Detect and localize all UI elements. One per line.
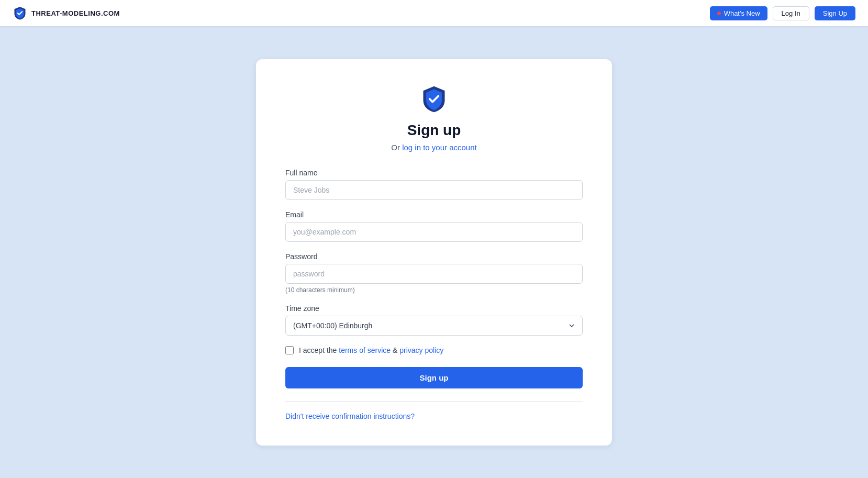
subtitle-text: Or (391, 143, 402, 152)
card-title: Sign up (407, 122, 461, 139)
navbar-actions: What's New Log In Sign Up (710, 6, 855, 20)
privacy-policy-link[interactable]: privacy policy (399, 346, 443, 354)
card-subtitle: Or log in to your account (391, 143, 476, 152)
terms-checkbox-row: I accept the terms of service & privacy … (285, 346, 583, 354)
fullname-input[interactable] (285, 180, 583, 200)
brand-link[interactable]: THREAT-MODELING.COM (13, 6, 120, 20)
whats-new-button[interactable]: What's New (710, 6, 767, 20)
timezone-group: Time zone (GMT-12:00) International Date… (285, 304, 583, 336)
brand-name: THREAT-MODELING.COM (31, 9, 120, 17)
whats-new-label: What's New (724, 9, 760, 17)
main-content: Sign up Or log in to your account Full n… (0, 26, 868, 478)
login-button[interactable]: Log In (773, 6, 809, 20)
signup-nav-button[interactable]: Sign Up (815, 6, 855, 20)
login-link[interactable]: log in to your account (402, 143, 477, 152)
fullname-group: Full name (285, 169, 583, 200)
signup-submit-button[interactable]: Sign up (285, 367, 583, 388)
terms-middle: & (391, 346, 399, 354)
terms-prefix: I accept the (299, 346, 339, 354)
timezone-label: Time zone (285, 304, 583, 313)
logo-icon (419, 84, 449, 114)
password-group: Password (10 characters minimum) (285, 252, 583, 294)
timezone-select[interactable]: (GMT-12:00) International Date Line West… (285, 316, 583, 336)
red-dot-icon (717, 12, 721, 15)
terms-of-service-link[interactable]: terms of service (339, 346, 391, 354)
fullname-label: Full name (285, 169, 583, 177)
brand-logo-icon (13, 6, 27, 20)
terms-label[interactable]: I accept the terms of service & privacy … (299, 346, 443, 354)
email-input[interactable] (285, 222, 583, 242)
navbar: THREAT-MODELING.COM What's New Log In Si… (0, 0, 868, 26)
signup-card: Sign up Or log in to your account Full n… (256, 59, 612, 446)
password-input[interactable] (285, 264, 583, 284)
form-divider (285, 401, 583, 402)
password-hint: (10 characters minimum) (285, 286, 583, 294)
card-header: Sign up Or log in to your account (285, 84, 583, 152)
resend-confirmation-link[interactable]: Didn't receive confirmation instructions… (285, 412, 583, 420)
email-group: Email (285, 210, 583, 242)
signup-form: Full name Email Password (10 characters … (285, 169, 583, 420)
terms-checkbox[interactable] (285, 346, 294, 354)
password-label: Password (285, 252, 583, 261)
email-label: Email (285, 210, 583, 219)
